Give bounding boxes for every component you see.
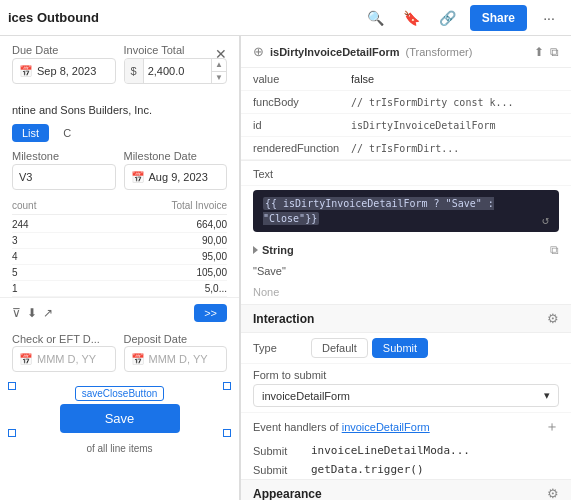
- invoice-total-value: 2,400.0: [144, 65, 211, 77]
- due-date-input[interactable]: 📅 Sep 8, 2023: [12, 58, 116, 84]
- cal-icon-check: 📅: [19, 353, 33, 366]
- tab-c[interactable]: C: [53, 124, 81, 142]
- deposit-placeholder: MMM D, YY: [149, 353, 208, 365]
- row-total-1: 664,00: [42, 219, 227, 230]
- row-count-4: 5: [12, 267, 42, 278]
- string-section-label: String: [262, 244, 546, 256]
- more-icon-btn[interactable]: ···: [535, 4, 563, 32]
- resize-handle-tr[interactable]: [223, 382, 231, 390]
- table-header: count Total Invoice: [12, 200, 227, 215]
- interaction-title: Interaction: [253, 312, 547, 326]
- event-type-2: Submit: [253, 464, 303, 476]
- calendar-icon-milestone: 📅: [131, 171, 145, 184]
- appearance-section-header: Appearance ⚙: [241, 479, 571, 500]
- save-button[interactable]: Save: [60, 404, 180, 433]
- stepper-down[interactable]: ▼: [212, 72, 226, 84]
- deposit-row: Check or EFT D... 📅 MMM D, YY Deposit Da…: [0, 328, 239, 376]
- save-button-area: saveCloseButton Save: [0, 380, 239, 439]
- link-icon-btn[interactable]: 🔗: [434, 4, 462, 32]
- table-row: 4 95,00: [12, 249, 227, 265]
- line-items-table: count Total Invoice 244 664,00 3 90,00 4…: [0, 200, 239, 297]
- table-bottom-controls: ⊽ ⬇ ↗ >>: [0, 297, 239, 328]
- prop-funcbody-value: // trIsFormDirty const k...: [351, 97, 559, 108]
- filter-icon[interactable]: ⊽: [12, 306, 21, 320]
- client-name: ntine and Sons Builders, Inc.: [0, 100, 239, 120]
- panel-top-icons: ⬆ ⧉: [534, 45, 559, 59]
- deposit-date-input[interactable]: 📅 MMM D, YY: [124, 346, 228, 372]
- share-small-icon[interactable]: ↗: [43, 306, 53, 320]
- table-row: 244 664,00: [12, 217, 227, 233]
- milestone-value: V3: [19, 171, 32, 183]
- code-block: {{ isDirtyInvoiceDetailForm ? "Save" : "…: [253, 190, 559, 232]
- row-total-5: 5,0...: [42, 283, 227, 294]
- share-button[interactable]: Share: [470, 5, 527, 31]
- due-date-label: Due Date: [12, 44, 116, 56]
- panel-filter-icon[interactable]: ⊕: [253, 44, 264, 59]
- next-button[interactable]: >>: [194, 304, 227, 322]
- prop-funcbody-label: funcBody: [253, 96, 343, 108]
- due-date-group: Due Date 📅 Sep 8, 2023: [12, 44, 116, 84]
- form-top-section: Due Date 📅 Sep 8, 2023 Invoice Total $ 2…: [0, 36, 239, 100]
- chevron-down-icon: ▾: [544, 389, 550, 402]
- milestone-date-group: Milestone Date 📅 Aug 9, 2023: [124, 150, 228, 190]
- panel-expand-icon[interactable]: ⬆: [534, 45, 544, 59]
- prop-row-funcbody: funcBody // trIsFormDirty const k...: [241, 91, 571, 114]
- check-eft-group: Check or EFT D... 📅 MMM D, YY: [12, 332, 116, 372]
- prop-value-label: value: [253, 73, 343, 85]
- due-date-value: Sep 8, 2023: [37, 65, 96, 77]
- check-eft-input[interactable]: 📅 MMM D, YY: [12, 346, 116, 372]
- text-section: Text {{ isDirtyInvoiceDetailForm ? "Save…: [241, 161, 571, 238]
- interaction-settings-icon[interactable]: ⚙: [547, 311, 559, 326]
- interaction-type-row: Type Default Submit: [241, 333, 571, 364]
- close-button[interactable]: ✕: [211, 44, 231, 64]
- main-layout: ✕ Due Date 📅 Sep 8, 2023 Invoice Total $…: [0, 36, 571, 500]
- panel-copy-icon[interactable]: ⧉: [550, 45, 559, 59]
- refresh-icon[interactable]: ↺: [542, 211, 549, 229]
- form-to-submit-select[interactable]: invoiceDetailForm ▾: [253, 384, 559, 407]
- type-submit-btn[interactable]: Submit: [372, 338, 428, 358]
- col-count-header: count: [12, 200, 42, 211]
- string-section-header[interactable]: String ⧉: [241, 238, 571, 262]
- download-icon[interactable]: ⬇: [27, 306, 37, 320]
- check-eft-placeholder: MMM D, YY: [37, 353, 96, 365]
- resize-handle-bl[interactable]: [8, 429, 16, 437]
- string-value: "Save": [241, 262, 571, 283]
- table-row: 5 105,00: [12, 265, 227, 281]
- currency-symbol: $: [125, 59, 144, 83]
- string-copy-icon[interactable]: ⧉: [550, 243, 559, 257]
- interaction-type-label: Type: [253, 342, 303, 354]
- prop-row-value: value false: [241, 68, 571, 91]
- page-title: ices Outbound: [8, 10, 358, 25]
- deposit-date-group: Deposit Date 📅 MMM D, YY: [124, 332, 228, 372]
- event-handlers-link[interactable]: invoiceDetailForm: [342, 421, 430, 433]
- prop-rendered-value: // trIsFormDirt...: [351, 143, 559, 154]
- code-highlight: {{ isDirtyInvoiceDetailForm ? "Save" : "…: [263, 197, 494, 225]
- code-content: {{ isDirtyInvoiceDetailForm ? "Save" : "…: [263, 198, 494, 224]
- bookmark-icon-btn[interactable]: 🔖: [398, 4, 426, 32]
- prop-id-label: id: [253, 119, 343, 131]
- type-default-btn[interactable]: Default: [311, 338, 368, 358]
- due-date-invoice-row: Due Date 📅 Sep 8, 2023 Invoice Total $ 2…: [12, 44, 227, 84]
- text-row: Text: [241, 163, 571, 186]
- tab-list[interactable]: List: [12, 124, 49, 142]
- row-count-3: 4: [12, 251, 42, 262]
- prop-value-data: false: [351, 73, 559, 85]
- type-btn-group: Default Submit: [311, 338, 428, 358]
- prop-row-rendered: renderedFunction // trIsFormDirt...: [241, 137, 571, 160]
- event-handler-2: getData.trigger(): [311, 463, 559, 476]
- event-handlers-label: Event handlers of invoiceDetailForm: [253, 421, 545, 433]
- appearance-settings-icon[interactable]: ⚙: [547, 486, 559, 500]
- table-row: 1 5,0...: [12, 281, 227, 297]
- search-icon-btn[interactable]: 🔍: [362, 4, 390, 32]
- add-event-icon[interactable]: ＋: [545, 418, 559, 436]
- resize-handle-tl[interactable]: [8, 382, 16, 390]
- row-count-1: 244: [12, 219, 42, 230]
- resize-handle-br[interactable]: [223, 429, 231, 437]
- milestone-input[interactable]: V3: [12, 164, 116, 190]
- appearance-title: Appearance: [253, 487, 547, 501]
- row-total-4: 105,00: [42, 267, 227, 278]
- event-handlers-row: Event handlers of invoiceDetailForm ＋: [241, 413, 571, 441]
- milestone-date-input[interactable]: 📅 Aug 9, 2023: [124, 164, 228, 190]
- table-row: 3 90,00: [12, 233, 227, 249]
- cal-icon-deposit: 📅: [131, 353, 145, 366]
